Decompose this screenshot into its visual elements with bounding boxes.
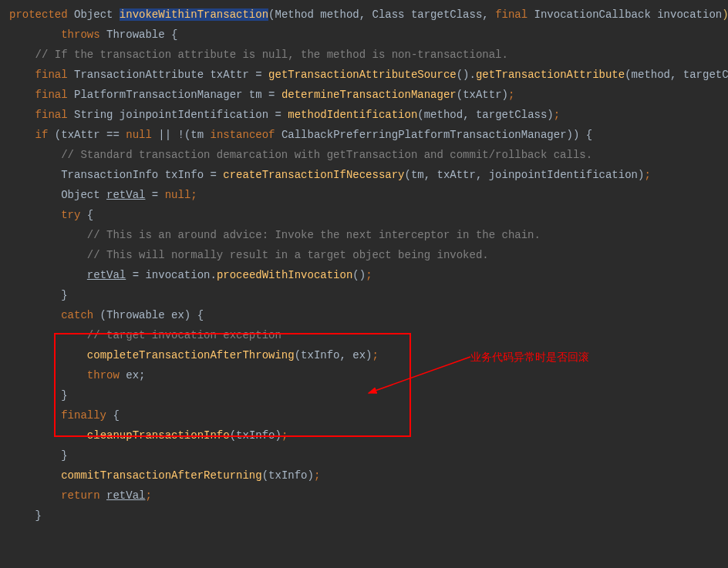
code-line-5: final TransactionAttribute txAttr = getT…: [9, 65, 728, 85]
code-line-28: }: [9, 506, 728, 526]
code-line-27: return retVal;: [9, 486, 728, 506]
code-line-1: protected Object invokeWithinTransaction…: [9, 5, 728, 25]
code-line-24: cleanupTransactionInfo(txInfo);: [9, 425, 728, 445]
comment-line: // This will normally result in a target…: [9, 245, 728, 265]
code-line-2: throws Throwable {: [9, 25, 728, 45]
method-name-highlighted: invokeWithinTransaction: [120, 8, 268, 21]
code-line-16: retVal = invocation.proceedWithInvocatio…: [9, 265, 728, 285]
code-line-20: completeTransactionAfterThrowing(txInfo,…: [9, 345, 728, 365]
comment-line: // Standard transaction demarcation with…: [9, 145, 728, 165]
code-line-12: Object retVal = null;: [9, 185, 728, 205]
code-line-17: }: [9, 285, 728, 305]
code-line-26: commitTransactionAfterReturning(txInfo);: [9, 465, 728, 486]
comment-line: // This is an around advice: Invoke the …: [9, 225, 728, 245]
code-line-21: throw ex;: [9, 365, 728, 385]
code-line-18: catch (Throwable ex) {: [9, 305, 728, 325]
keyword-protected: protected: [9, 8, 68, 21]
code-line-13: try {: [9, 205, 728, 225]
code-line-9: if (txAttr == null || !(tm instanceof Ca…: [9, 125, 728, 145]
code-line-11: TransactionInfo txInfo = createTransacti…: [9, 165, 728, 185]
code-line-23: finally {: [9, 405, 728, 425]
annotation-text: 业务代码异常时是否回滚: [470, 347, 589, 367]
code-editor[interactable]: protected Object invokeWithinTransaction…: [9, 5, 728, 526]
code-line-25: }: [9, 445, 728, 465]
comment-line: // target invocation exception: [9, 325, 728, 345]
code-line-22: }: [9, 385, 728, 405]
code-line-7: final String joinpointIdentification = m…: [9, 105, 728, 125]
code-line-6: final PlatformTransactionManager tm = de…: [9, 85, 728, 105]
comment-line: // If the transaction attribute is null,…: [9, 45, 728, 65]
